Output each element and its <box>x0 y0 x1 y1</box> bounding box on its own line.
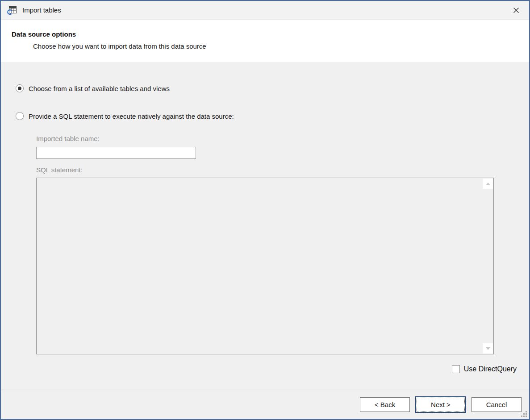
close-icon[interactable] <box>509 3 524 18</box>
cancel-button[interactable]: Cancel <box>472 397 522 412</box>
imported-table-name-label: Imported table name: <box>36 135 100 142</box>
data-source-options-panel: Choose from a list of available tables a… <box>1 62 529 390</box>
checkbox-icon[interactable] <box>452 365 460 373</box>
imported-table-name-input[interactable] <box>36 147 196 159</box>
sql-statement-textarea[interactable] <box>36 178 494 354</box>
radio-provide-sql[interactable]: Provide a SQL statement to execute nativ… <box>16 112 234 120</box>
sql-statement-label: SQL statement: <box>36 166 83 174</box>
scroll-down-arrow-icon[interactable] <box>483 343 493 353</box>
resize-grip-icon[interactable] <box>521 411 527 417</box>
page-title: Data source options <box>12 30 76 38</box>
radio-unselected-icon[interactable] <box>16 112 24 120</box>
dialog-footer: < Back Next > Cancel <box>1 390 529 419</box>
titlebar: Import tables <box>1 1 529 20</box>
radio-choose-from-list[interactable]: Choose from a list of available tables a… <box>16 84 170 92</box>
use-directquery-label: Use DirectQuery <box>464 365 517 373</box>
import-tables-dialog: Import tables Data source options Choose… <box>0 0 530 420</box>
radio-choose-from-list-label: Choose from a list of available tables a… <box>29 85 170 92</box>
page-header: Data source options Choose how you want … <box>1 20 529 62</box>
use-directquery-option[interactable]: Use DirectQuery <box>452 365 517 373</box>
page-subtitle: Choose how you want to import data from … <box>33 42 206 50</box>
back-button[interactable]: < Back <box>360 397 410 412</box>
radio-provide-sql-label: Provide a SQL statement to execute nativ… <box>29 112 234 120</box>
next-button[interactable]: Next > <box>415 396 466 413</box>
radio-selected-icon[interactable] <box>16 84 24 92</box>
window-title: Import tables <box>22 6 61 14</box>
scroll-up-arrow-icon[interactable] <box>483 179 493 189</box>
import-tables-icon <box>6 4 18 16</box>
